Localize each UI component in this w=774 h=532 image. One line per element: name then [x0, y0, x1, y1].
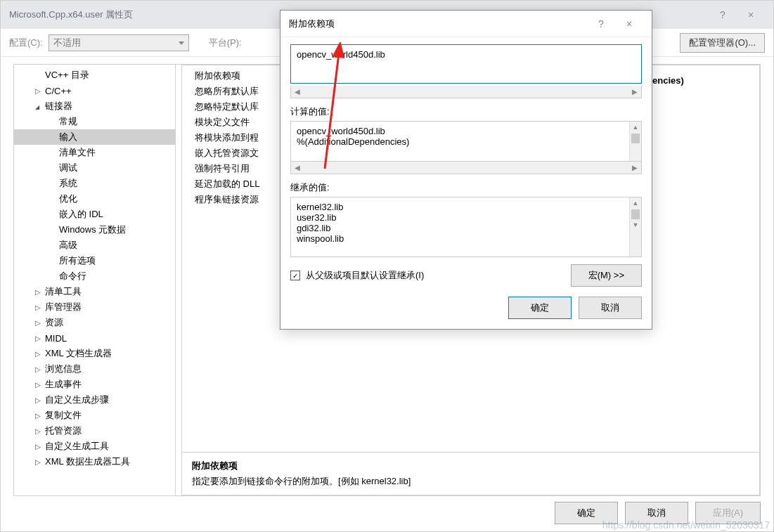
modal-cancel-button[interactable]: 取消 — [579, 297, 642, 319]
tree-item[interactable]: VC++ 目录 — [14, 67, 175, 83]
tree-item-label: 链接器 — [45, 100, 72, 112]
tree-item[interactable]: 清单文件 — [14, 145, 175, 160]
tree-item[interactable]: 清单工具 — [14, 284, 175, 299]
tree-item-label: 高级 — [59, 239, 77, 252]
tree-item[interactable]: 浏览信息 — [14, 361, 175, 377]
tree-item[interactable]: 生成事件 — [14, 377, 175, 392]
tree-item-label: 自定义生成工具 — [45, 440, 109, 453]
tree-arrow-icon[interactable] — [35, 288, 44, 296]
tree-item[interactable]: 自定义生成工具 — [14, 439, 175, 454]
tree-item-label: 清单工具 — [45, 285, 82, 298]
parent-close-button[interactable]: × — [737, 1, 765, 29]
parent-title: Microsoft.Cpp.x64.user 属性页 — [9, 8, 133, 21]
tree-item-label: 系统 — [59, 177, 77, 190]
tree-item-label: 自定义生成步骤 — [45, 394, 109, 406]
tree-item-label: 优化 — [59, 193, 77, 205]
modal-buttons: 确定 取消 — [290, 297, 642, 319]
tree-item-label: 输入 — [59, 131, 77, 143]
tree-item[interactable]: 托管资源 — [14, 423, 175, 439]
vscroll-icon[interactable]: ▲ — [629, 122, 641, 161]
tree-item[interactable]: 自定义生成步骤 — [14, 392, 175, 408]
tree-arrow-icon[interactable] — [35, 427, 44, 435]
tree-item-label: VC++ 目录 — [45, 69, 89, 82]
horiz-scrollbar[interactable]: ◀▶ — [290, 86, 642, 98]
computed-line: %(AdditionalDependencies) — [297, 136, 636, 147]
tree-item-label: MIDL — [45, 333, 67, 344]
tree-item[interactable]: 调试 — [14, 160, 175, 176]
tree-item[interactable]: 输入 — [14, 129, 175, 145]
tree-item-label: 嵌入的 IDL — [59, 208, 103, 221]
desc-title: 附加依赖项 — [192, 460, 749, 472]
tree-item[interactable]: 链接器 — [14, 98, 175, 114]
tree-item[interactable]: 资源 — [14, 315, 175, 330]
modal-close-button[interactable]: × — [615, 10, 643, 38]
config-manager-button[interactable]: 配置管理器(O)... — [680, 33, 765, 53]
tree-item[interactable]: 复制文件 — [14, 408, 175, 423]
inherited-listbox: kernel32.libuser32.libgdi32.libwinspool.… — [290, 197, 642, 257]
tree-item-label: 命令行 — [59, 270, 86, 283]
tree-item[interactable]: 系统 — [14, 176, 175, 191]
tree-item-label: 浏览信息 — [45, 363, 82, 375]
tree-arrow-icon[interactable] — [35, 365, 44, 373]
tree-item-label: 库管理器 — [45, 301, 82, 313]
tree-arrow-icon[interactable] — [35, 335, 44, 342]
inherit-checkbox[interactable]: ✓ — [290, 271, 300, 280]
tree-item-label: XML 文档生成器 — [45, 347, 112, 360]
tree-item-label: 所有选项 — [59, 254, 96, 267]
tree-item-label: 资源 — [45, 316, 63, 329]
inherited-line: kernel32.lib — [297, 202, 636, 212]
computed-listbox: opencv_world450d.lib%(AdditionalDependen… — [290, 121, 642, 162]
tree-item[interactable]: MIDL — [14, 330, 175, 346]
vscroll-icon[interactable]: ▲▼ — [629, 197, 641, 257]
additional-deps-dialog: 附加依赖项 ? × ◀▶ 计算的值: opencv_world450d.lib%… — [280, 10, 652, 330]
tree-item-label: 调试 — [59, 162, 77, 174]
tree-arrow-icon[interactable] — [35, 103, 44, 110]
modal-help-button[interactable]: ? — [587, 10, 615, 38]
inherit-checkbox-label: 从父级或项目默认设置继承(I) — [306, 269, 424, 282]
tree-arrow-icon[interactable] — [35, 412, 44, 420]
tree-panel[interactable]: VC++ 目录C/C++链接器常规输入清单文件调试系统优化嵌入的 IDLWind… — [14, 65, 176, 495]
tree-arrow-icon[interactable] — [35, 87, 44, 95]
description-box: 附加依赖项 指定要添加到链接命令行的附加项。[例如 kernel32.lib] — [182, 452, 759, 495]
horiz-scrollbar-2[interactable]: ◀▶ — [290, 162, 642, 174]
modal-titlebar: 附加依赖项 ? × — [280, 11, 652, 37]
platform-label: 平台(P): — [209, 37, 242, 49]
tree-item[interactable]: 命令行 — [14, 268, 175, 284]
tree-arrow-icon[interactable] — [35, 458, 44, 466]
tree-item[interactable]: 库管理器 — [14, 299, 175, 315]
tree-item-label: 复制文件 — [45, 409, 82, 422]
tree-arrow-icon[interactable] — [35, 304, 44, 311]
desc-text: 指定要添加到链接命令行的附加项。[例如 kernel32.lib] — [192, 475, 749, 488]
modal-ok-button[interactable]: 确定 — [508, 297, 572, 319]
inherited-line: user32.lib — [297, 212, 636, 223]
tree-item-label: C/C++ — [45, 86, 72, 96]
parent-help-button[interactable]: ? — [709, 1, 737, 29]
tree-arrow-icon[interactable] — [35, 319, 44, 327]
watermark: https://blog.csdn.net/weixin_52030317 — [602, 519, 770, 531]
modal-body: ◀▶ 计算的值: opencv_world450d.lib%(Additiona… — [280, 37, 652, 329]
tree-item[interactable]: XML 文档生成器 — [14, 346, 175, 361]
tree-item-label: Windows 元数据 — [59, 223, 126, 236]
tree-item[interactable]: 高级 — [14, 238, 175, 253]
tree-item[interactable]: Windows 元数据 — [14, 222, 175, 238]
tree-arrow-icon[interactable] — [35, 381, 44, 389]
tree-item[interactable]: 嵌入的 IDL — [14, 207, 175, 222]
tree-item-label: 清单文件 — [59, 146, 96, 159]
tree-arrow-icon[interactable] — [35, 350, 44, 358]
inherited-line: gdi32.lib — [297, 223, 636, 233]
tree-item[interactable]: C/C++ — [14, 83, 175, 98]
tree-item[interactable]: 所有选项 — [14, 253, 175, 268]
tree-item[interactable]: 常规 — [14, 114, 175, 129]
computed-label: 计算的值: — [290, 105, 642, 118]
tree-item-label: 生成事件 — [45, 378, 82, 391]
tree-item-label: XML 数据生成器工具 — [45, 455, 130, 468]
config-combo[interactable]: 不适用 — [49, 34, 189, 51]
truncated-text-peek: encies) — [652, 75, 684, 86]
tree-item[interactable]: XML 数据生成器工具 — [14, 454, 175, 469]
deps-input[interactable] — [290, 44, 642, 84]
tree-item[interactable]: 优化 — [14, 191, 175, 207]
config-label: 配置(C): — [9, 37, 43, 49]
macro-button[interactable]: 宏(M) >> — [571, 264, 642, 287]
tree-arrow-icon[interactable] — [35, 443, 44, 450]
tree-arrow-icon[interactable] — [35, 396, 44, 404]
